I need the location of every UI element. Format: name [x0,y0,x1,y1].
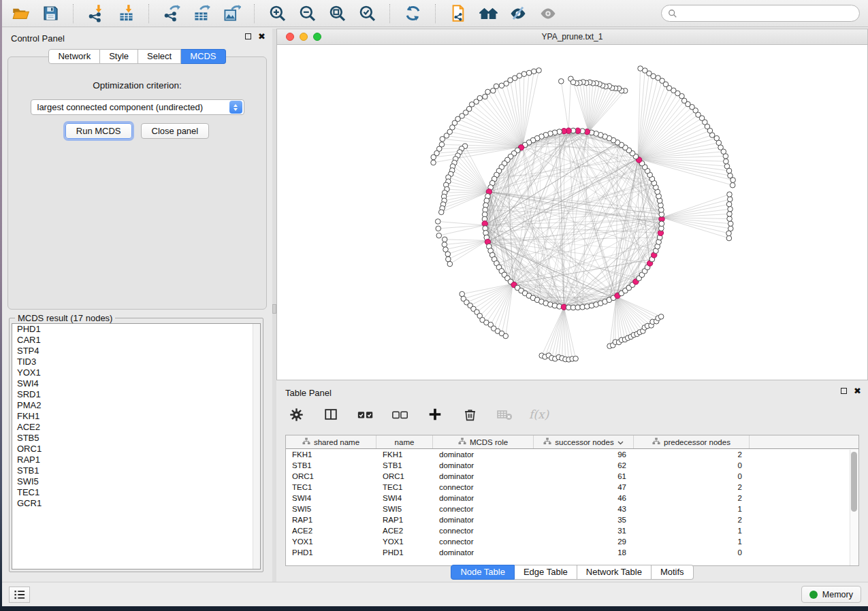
cell-MCDS-role[interactable]: dominator [433,516,534,524]
mcds-result-item[interactable]: ORC1 [12,444,260,455]
mcds-result-item[interactable]: TEC1 [12,487,260,498]
mcds-result-item[interactable]: PMA2 [12,400,260,411]
mcds-result-item[interactable]: ACE2 [12,422,260,433]
leaf-node[interactable] [436,233,442,238]
open-folder-icon[interactable] [10,3,31,24]
cell-successor-nodes[interactable]: 61 [534,472,634,480]
leaf-node[interactable] [436,226,441,231]
zoom-selected-icon[interactable] [357,3,377,24]
leaf-node[interactable] [573,356,579,361]
cell-successor-nodes[interactable]: 47 [534,483,634,491]
leaf-node[interactable] [490,88,496,94]
column-header-name[interactable]: name [376,435,433,448]
cell-name[interactable]: FKH1 [376,450,433,459]
delete-column-icon[interactable] [460,404,480,425]
mcds-result-item[interactable]: SWI5 [12,476,260,487]
cell-MCDS-role[interactable]: dominator [433,450,534,459]
leaf-node[interactable] [728,173,733,178]
cell-MCDS-role[interactable]: connector [433,538,534,546]
save-icon[interactable] [40,3,61,24]
table-tab-motifs[interactable]: Motifs [652,565,694,580]
leaf-node[interactable] [521,71,527,77]
cell-successor-nodes[interactable]: 18 [534,548,634,557]
cell-successor-nodes[interactable]: 29 [534,538,634,546]
cell-MCDS-role[interactable]: connector [433,527,534,535]
cell-name[interactable]: SWI4 [376,494,433,502]
leaf-node[interactable] [440,137,445,142]
cell-shared-name[interactable]: RAP1 [286,516,376,524]
scrollbar-thumb[interactable] [851,452,857,512]
leaf-node[interactable] [726,231,732,236]
close-panel-button[interactable]: Close panel [141,123,210,139]
table-row-FKH1[interactable]: FKH1FKH1dominator962 [286,449,858,460]
leaf-node[interactable] [431,160,436,165]
criterion-dropdown[interactable]: largest connected component (undirected) [31,99,244,115]
leaf-node[interactable] [531,69,536,74]
share-document-icon[interactable] [448,3,468,24]
cell-MCDS-role[interactable]: dominator [433,548,534,557]
export-image-icon[interactable] [221,3,242,24]
hide-selected-icon[interactable] [508,3,528,24]
maximize-window-icon[interactable] [313,33,321,41]
cell-name[interactable]: RAP1 [376,516,433,524]
network-graph[interactable] [277,45,867,380]
leaf-node[interactable] [658,314,664,320]
leaf-node[interactable] [727,216,733,222]
leaf-node[interactable] [431,154,436,160]
table-tab-node-table[interactable]: Node Table [451,565,515,580]
leaf-node[interactable] [483,94,488,99]
cell-MCDS-role[interactable]: dominator [433,472,534,480]
task-history-button[interactable] [9,587,30,603]
mcds-result-item[interactable]: SRD1 [12,389,260,400]
ring-node[interactable] [659,221,664,227]
cell-shared-name[interactable]: PHD1 [286,548,376,557]
mcds-result-item[interactable]: RAP1 [12,455,260,465]
leaf-node[interactable] [460,291,465,297]
mcds-result-item[interactable]: STB5 [12,433,260,444]
cell-predecessor-nodes[interactable]: 2 [634,516,750,524]
mcds-result-item[interactable]: GCR1 [12,498,260,509]
table-row-RAP1[interactable]: RAP1RAP1dominator352 [286,514,858,525]
cell-shared-name[interactable]: YOX1 [286,538,376,546]
leaf-node[interactable] [442,237,447,242]
cell-successor-nodes[interactable]: 96 [534,450,634,459]
network-window-titlebar[interactable]: YPA_prune.txt_1 [277,29,867,45]
cell-MCDS-role[interactable]: connector [433,483,534,491]
table-row-SWI4[interactable]: SWI4SWI4dominator462 [286,493,858,503]
tab-style[interactable]: Style [100,49,138,64]
search-input[interactable] [681,9,853,18]
leaf-node[interactable] [728,226,733,231]
cell-predecessor-nodes[interactable]: 1 [634,527,750,535]
cell-MCDS-role[interactable]: dominator [433,494,534,502]
import-table-icon[interactable] [116,3,136,24]
leaf-node[interactable] [503,333,509,339]
cell-predecessor-nodes[interactable]: 0 [634,461,750,469]
mcds-result-item[interactable]: PHD1 [12,324,260,335]
float-panel-icon[interactable] [841,388,847,394]
refresh-icon[interactable] [402,3,423,24]
table-row-TEC1[interactable]: TEC1TEC1connector472 [286,482,858,493]
cell-shared-name[interactable]: STB1 [286,461,376,469]
leaf-node[interactable] [638,66,643,71]
show-columns-icon[interactable] [321,404,341,425]
mcds-result-item[interactable]: SWI4 [12,378,260,389]
cell-shared-name[interactable]: ACE2 [286,527,376,535]
leaf-node[interactable] [438,210,444,215]
leaf-node[interactable] [714,135,720,141]
table-row-YOX1[interactable]: YOX1YOX1connector291 [286,536,858,547]
cell-predecessor-nodes[interactable]: 2 [634,483,750,491]
cell-name[interactable]: SWI5 [376,505,433,513]
show-selected-icon[interactable] [538,3,558,24]
cell-shared-name[interactable]: TEC1 [286,483,376,491]
leaf-node[interactable] [558,79,564,84]
zoom-in-icon[interactable] [267,3,287,24]
cell-predecessor-nodes[interactable]: 0 [634,548,750,557]
table-row-ACE2[interactable]: ACE2ACE2connector311 [286,525,858,536]
cell-shared-name[interactable]: SWI4 [286,494,376,502]
leaf-node[interactable] [727,197,733,202]
cell-predecessor-nodes[interactable]: 2 [634,494,750,502]
leaf-node[interactable] [728,206,733,212]
deselect-all-checkboxes-icon[interactable] [390,404,411,425]
zoom-fit-icon[interactable] [327,3,347,24]
leaf-node[interactable] [442,242,447,248]
